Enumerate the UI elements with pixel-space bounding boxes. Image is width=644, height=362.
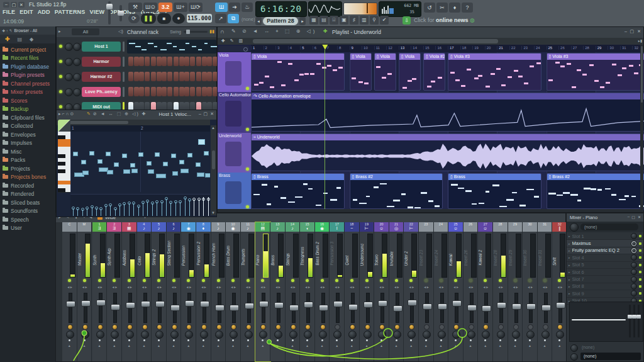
velocity-stem[interactable]: [129, 203, 130, 216]
clip-viola-2[interactable]: ▯ Viola #2: [423, 53, 445, 91]
strip-header[interactable]: 16◉: [315, 222, 330, 232]
strip-header[interactable]: 17I: [330, 222, 344, 232]
master-pitch-slider[interactable]: [119, 5, 122, 21]
fader-handle[interactable]: [111, 304, 120, 310]
strip-mute-led[interactable]: [321, 279, 324, 282]
velocity-stem[interactable]: [166, 199, 167, 216]
browser-item-envelopes[interactable]: Envelopes: [3, 130, 55, 139]
channel-select-strip[interactable]: [123, 42, 125, 52]
pr-note[interactable]: [156, 174, 166, 178]
slot-mix-knob[interactable]: [631, 269, 637, 275]
strip-header[interactable]: 5♪: [152, 222, 166, 232]
route-arrow[interactable]: ▴: [137, 343, 152, 348]
strip-mute-led[interactable]: [543, 279, 547, 282]
volume-fader[interactable]: [529, 293, 533, 323]
pr-note[interactable]: [205, 173, 210, 178]
fx-enable-lamp[interactable]: [469, 324, 474, 330]
velocity-head[interactable]: [104, 204, 108, 207]
velocity-stem[interactable]: [189, 200, 190, 216]
pr-note[interactable]: [106, 152, 111, 156]
mixer-toggle[interactable]: ♯: [350, 16, 358, 25]
strip-mute-led[interactable]: [395, 279, 398, 282]
slot-enable-led[interactable]: [639, 271, 641, 273]
strip-header[interactable]: 27☺: [478, 222, 492, 232]
browser-item-speech[interactable]: Speech: [3, 215, 55, 224]
news-link[interactable]: Click for online news ◍: [414, 17, 475, 23]
slot-mix-knob[interactable]: [631, 262, 637, 268]
aux-send-knob[interactable]: [408, 331, 416, 339]
mixer-strip-insert-23[interactable]: 23Insert 23◂ ▸▴: [419, 222, 434, 361]
step-cell[interactable]: [162, 87, 167, 96]
channel-button[interactable]: Harmor: [82, 57, 121, 67]
velocity-head[interactable]: [109, 203, 112, 206]
plugin-slot-9[interactable]: ▸Slot 9: [567, 290, 643, 297]
loop-record-toggle[interactable]: Ш⟳: [189, 3, 203, 12]
route-arrow[interactable]: ▴: [434, 343, 448, 348]
volume-fader[interactable]: [514, 293, 518, 323]
aux-send-knob[interactable]: [348, 331, 357, 339]
volume-fader[interactable]: [99, 293, 103, 323]
pan-control[interactable]: ◂ ▸: [287, 285, 299, 291]
browser-item-misc[interactable]: Misc: [3, 147, 55, 156]
repeat-button[interactable]: ⟳: [128, 14, 140, 23]
fader-handle[interactable]: [200, 301, 209, 307]
pan-control[interactable]: ◂ ▸: [197, 285, 210, 291]
fx-enable-lamp[interactable]: [186, 324, 192, 330]
strip-header[interactable]: 25☺: [448, 222, 463, 232]
strip-mute-led[interactable]: [454, 279, 457, 282]
pan-control[interactable]: ◂ ▸: [361, 285, 374, 291]
route-arrow[interactable]: ▴: [419, 343, 433, 348]
strip-header[interactable]: 7◉: [181, 222, 196, 232]
playlist-toggle[interactable]: ▣: [340, 16, 348, 25]
slot-enable-led[interactable]: [639, 235, 641, 237]
strip-header[interactable]: 6♪: [167, 222, 181, 232]
slot-enable-led[interactable]: [639, 249, 641, 252]
fader-handle[interactable]: [526, 303, 536, 310]
browser-item-collected[interactable]: Collected: [3, 122, 55, 131]
mixer-strip-string-section[interactable]: 6♪String Section◂ ▸▴: [167, 222, 182, 361]
blend-notes-toggle[interactable]: Ш+: [174, 3, 187, 12]
fader-handle[interactable]: [81, 300, 91, 307]
step-cell[interactable]: [167, 87, 172, 96]
track-mute-led[interactable]: [246, 128, 249, 131]
pr-note[interactable]: [81, 160, 86, 164]
pr-note[interactable]: [179, 160, 184, 164]
browser-tab-files[interactable]: ▤: [18, 37, 23, 42]
track-header[interactable]: Underworld: [218, 133, 251, 173]
strip-mute-led[interactable]: [217, 279, 220, 282]
velocity-head[interactable]: [184, 196, 187, 200]
aux-send-knob[interactable]: [96, 331, 104, 339]
fader-handle[interactable]: [438, 303, 447, 310]
pr-note[interactable]: [163, 162, 168, 166]
browser-item-plugin-database[interactable]: Plugin database: [3, 62, 55, 71]
volume-fader[interactable]: [143, 293, 147, 323]
aux-send-knob[interactable]: [438, 331, 446, 339]
channel-button[interactable]: Host 1: [82, 42, 121, 52]
aux-send-knob[interactable]: [319, 331, 327, 339]
velocity-stem[interactable]: [106, 206, 106, 216]
clip-brass[interactable]: ▯ Brass: [448, 173, 541, 209]
route-arrow[interactable]: ▴: [77, 343, 92, 348]
playlist-tool-icons[interactable]: ✎ ⊘ ◄ ↔ ⌖ ⬚ ⊕ ◁): [231, 28, 317, 35]
volume-fader[interactable]: [306, 293, 310, 323]
velocity-head[interactable]: [91, 205, 94, 208]
mixer-strip-invisible[interactable]: 21◎Invisible◂ ▸▴: [389, 222, 404, 361]
piano-roll-toggle[interactable]: ⌸: [330, 16, 338, 25]
fader-handle[interactable]: [126, 302, 135, 308]
step-cell[interactable]: [179, 57, 184, 66]
track-header[interactable]: Viola: [218, 52, 251, 92]
strip-mute-led[interactable]: [350, 279, 353, 282]
volume-fader[interactable]: [84, 293, 87, 323]
fx-enable-lamp[interactable]: [320, 324, 326, 330]
pan-control[interactable]: ◂ ▸: [375, 285, 388, 291]
volume-fader[interactable]: [440, 293, 444, 323]
piano-keyboard[interactable]: [58, 132, 70, 192]
aux-send-knob[interactable]: [289, 331, 297, 339]
track-header[interactable]: Brass: [218, 173, 251, 210]
fader-handle[interactable]: [66, 301, 75, 307]
browser-tab-plugins[interactable]: ◆: [30, 37, 33, 42]
aux-send-knob[interactable]: [126, 331, 134, 339]
channel-led[interactable]: [59, 60, 62, 63]
route-arrow[interactable]: ▴: [404, 343, 418, 348]
velocity-stem[interactable]: [124, 204, 125, 216]
